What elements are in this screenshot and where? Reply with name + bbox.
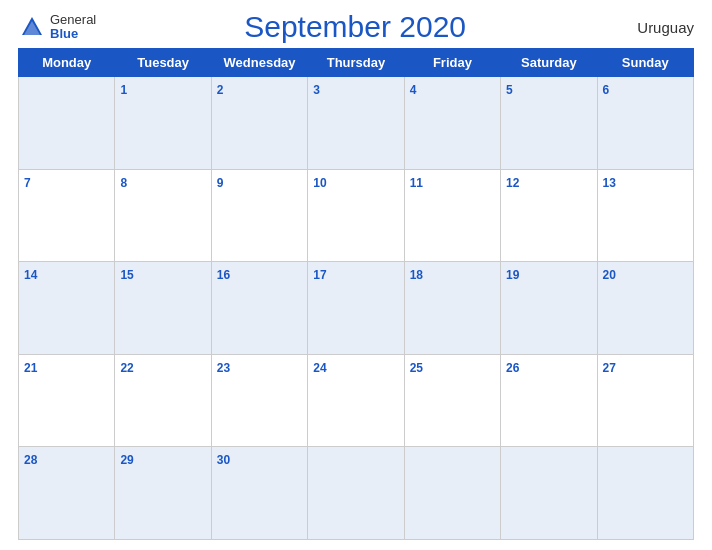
day-number: 11 <box>410 176 423 190</box>
calendar-cell <box>597 447 693 540</box>
day-number: 2 <box>217 83 224 97</box>
calendar-cell: 9 <box>211 169 307 262</box>
calendar-cell <box>404 447 500 540</box>
logo-text: General Blue <box>50 13 96 42</box>
weekday-row: MondayTuesdayWednesdayThursdayFridaySatu… <box>19 49 694 77</box>
calendar-cell: 29 <box>115 447 211 540</box>
day-number: 13 <box>603 176 616 190</box>
logo-icon <box>18 13 46 41</box>
calendar-cell: 2 <box>211 77 307 170</box>
calendar-cell: 27 <box>597 354 693 447</box>
logo: General Blue <box>18 13 96 42</box>
calendar-cell: 13 <box>597 169 693 262</box>
calendar-cell <box>501 447 597 540</box>
calendar-week-2: 78910111213 <box>19 169 694 262</box>
calendar-cell: 10 <box>308 169 404 262</box>
day-number: 12 <box>506 176 519 190</box>
calendar-cell: 12 <box>501 169 597 262</box>
day-number: 20 <box>603 268 616 282</box>
calendar-cell: 26 <box>501 354 597 447</box>
calendar-cell: 18 <box>404 262 500 355</box>
day-number: 1 <box>120 83 127 97</box>
logo-general-label: General <box>50 13 96 27</box>
calendar-cell: 6 <box>597 77 693 170</box>
calendar-cell: 11 <box>404 169 500 262</box>
weekday-header-monday: Monday <box>19 49 115 77</box>
calendar-cell: 17 <box>308 262 404 355</box>
calendar-cell <box>308 447 404 540</box>
weekday-header-friday: Friday <box>404 49 500 77</box>
calendar-cell: 1 <box>115 77 211 170</box>
day-number: 17 <box>313 268 326 282</box>
weekday-header-tuesday: Tuesday <box>115 49 211 77</box>
calendar-cell: 14 <box>19 262 115 355</box>
day-number: 23 <box>217 361 230 375</box>
calendar-cell: 20 <box>597 262 693 355</box>
calendar-cell: 28 <box>19 447 115 540</box>
day-number: 29 <box>120 453 133 467</box>
day-number: 9 <box>217 176 224 190</box>
calendar-cell: 23 <box>211 354 307 447</box>
calendar-cell: 5 <box>501 77 597 170</box>
calendar-week-1: 123456 <box>19 77 694 170</box>
day-number: 10 <box>313 176 326 190</box>
weekday-header-saturday: Saturday <box>501 49 597 77</box>
calendar-cell: 19 <box>501 262 597 355</box>
day-number: 7 <box>24 176 31 190</box>
day-number: 6 <box>603 83 610 97</box>
weekday-header-wednesday: Wednesday <box>211 49 307 77</box>
day-number: 19 <box>506 268 519 282</box>
calendar-cell: 24 <box>308 354 404 447</box>
day-number: 4 <box>410 83 417 97</box>
day-number: 18 <box>410 268 423 282</box>
calendar-cell <box>19 77 115 170</box>
calendar-cell: 7 <box>19 169 115 262</box>
calendar-body: 1234567891011121314151617181920212223242… <box>19 77 694 540</box>
day-number: 21 <box>24 361 37 375</box>
top-bar: General Blue September 2020 Uruguay <box>18 10 694 44</box>
day-number: 14 <box>24 268 37 282</box>
day-number: 8 <box>120 176 127 190</box>
day-number: 26 <box>506 361 519 375</box>
day-number: 5 <box>506 83 513 97</box>
calendar-table: MondayTuesdayWednesdayThursdayFridaySatu… <box>18 48 694 540</box>
day-number: 25 <box>410 361 423 375</box>
calendar-cell: 25 <box>404 354 500 447</box>
day-number: 22 <box>120 361 133 375</box>
calendar-cell: 22 <box>115 354 211 447</box>
logo-blue-label: Blue <box>50 27 96 41</box>
day-number: 15 <box>120 268 133 282</box>
day-number: 16 <box>217 268 230 282</box>
calendar-cell: 4 <box>404 77 500 170</box>
day-number: 30 <box>217 453 230 467</box>
weekday-header-thursday: Thursday <box>308 49 404 77</box>
calendar-cell: 30 <box>211 447 307 540</box>
calendar-cell: 3 <box>308 77 404 170</box>
calendar-cell: 21 <box>19 354 115 447</box>
calendar-cell: 8 <box>115 169 211 262</box>
calendar-cell: 15 <box>115 262 211 355</box>
calendar-title: September 2020 <box>96 10 614 44</box>
calendar-week-5: 282930 <box>19 447 694 540</box>
day-number: 27 <box>603 361 616 375</box>
weekday-header-sunday: Sunday <box>597 49 693 77</box>
day-number: 24 <box>313 361 326 375</box>
day-number: 3 <box>313 83 320 97</box>
day-number: 28 <box>24 453 37 467</box>
country-label: Uruguay <box>614 19 694 36</box>
calendar-header: MondayTuesdayWednesdayThursdayFridaySatu… <box>19 49 694 77</box>
calendar-cell: 16 <box>211 262 307 355</box>
calendar-week-3: 14151617181920 <box>19 262 694 355</box>
calendar-week-4: 21222324252627 <box>19 354 694 447</box>
